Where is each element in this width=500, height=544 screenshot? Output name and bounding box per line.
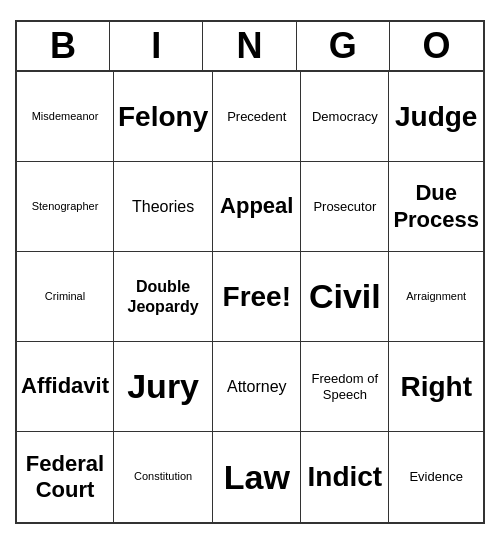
bingo-cell-21: Constitution <box>114 432 213 522</box>
cell-text-8: Prosecutor <box>313 199 376 215</box>
bingo-cell-20: Federal Court <box>17 432 114 522</box>
header-letter-g: G <box>297 22 390 70</box>
cell-text-10: Criminal <box>45 290 85 303</box>
bingo-header: BINGO <box>17 22 483 72</box>
cell-text-0: Misdemeanor <box>32 110 99 123</box>
cell-text-11: Double Jeopardy <box>118 277 208 315</box>
bingo-cell-16: Jury <box>114 342 213 432</box>
cell-text-17: Attorney <box>227 377 287 396</box>
bingo-cell-19: Right <box>389 342 483 432</box>
cell-text-13: Civil <box>309 276 381 317</box>
cell-text-6: Theories <box>132 197 194 216</box>
bingo-cell-11: Double Jeopardy <box>114 252 213 342</box>
cell-text-21: Constitution <box>134 470 192 483</box>
cell-text-5: Stenographer <box>32 200 99 213</box>
bingo-cell-18: Freedom of Speech <box>301 342 389 432</box>
cell-text-18: Freedom of Speech <box>305 371 384 402</box>
bingo-cell-24: Evidence <box>389 432 483 522</box>
header-letter-o: O <box>390 22 483 70</box>
cell-text-16: Jury <box>127 366 199 407</box>
bingo-cell-4: Judge <box>389 72 483 162</box>
bingo-cell-17: Attorney <box>213 342 301 432</box>
cell-text-12: Free! <box>223 280 291 314</box>
bingo-cell-0: Misdemeanor <box>17 72 114 162</box>
bingo-cell-13: Civil <box>301 252 389 342</box>
bingo-cell-12: Free! <box>213 252 301 342</box>
cell-text-24: Evidence <box>409 469 462 485</box>
header-letter-n: N <box>203 22 296 70</box>
cell-text-4: Judge <box>395 100 477 134</box>
bingo-cell-3: Democracy <box>301 72 389 162</box>
bingo-cell-23: Indict <box>301 432 389 522</box>
cell-text-3: Democracy <box>312 109 378 125</box>
bingo-cell-22: Law <box>213 432 301 522</box>
bingo-grid: MisdemeanorFelonyPrecedentDemocracyJudge… <box>17 72 483 522</box>
bingo-cell-7: Appeal <box>213 162 301 252</box>
cell-text-15: Affidavit <box>21 373 109 399</box>
cell-text-2: Precedent <box>227 109 286 125</box>
cell-text-14: Arraignment <box>406 290 466 303</box>
cell-text-22: Law <box>224 457 290 498</box>
bingo-cell-5: Stenographer <box>17 162 114 252</box>
bingo-cell-14: Arraignment <box>389 252 483 342</box>
bingo-cell-9: Due Process <box>389 162 483 252</box>
bingo-cell-15: Affidavit <box>17 342 114 432</box>
bingo-cell-8: Prosecutor <box>301 162 389 252</box>
header-letter-i: I <box>110 22 203 70</box>
cell-text-19: Right <box>400 370 472 404</box>
header-letter-b: B <box>17 22 110 70</box>
cell-text-1: Felony <box>118 100 208 134</box>
cell-text-20: Federal Court <box>21 451 109 504</box>
cell-text-7: Appeal <box>220 193 293 219</box>
bingo-cell-2: Precedent <box>213 72 301 162</box>
bingo-cell-1: Felony <box>114 72 213 162</box>
bingo-cell-6: Theories <box>114 162 213 252</box>
bingo-cell-10: Criminal <box>17 252 114 342</box>
bingo-card: BINGO MisdemeanorFelonyPrecedentDemocrac… <box>15 20 485 524</box>
cell-text-23: Indict <box>308 460 383 494</box>
cell-text-9: Due Process <box>393 180 479 233</box>
